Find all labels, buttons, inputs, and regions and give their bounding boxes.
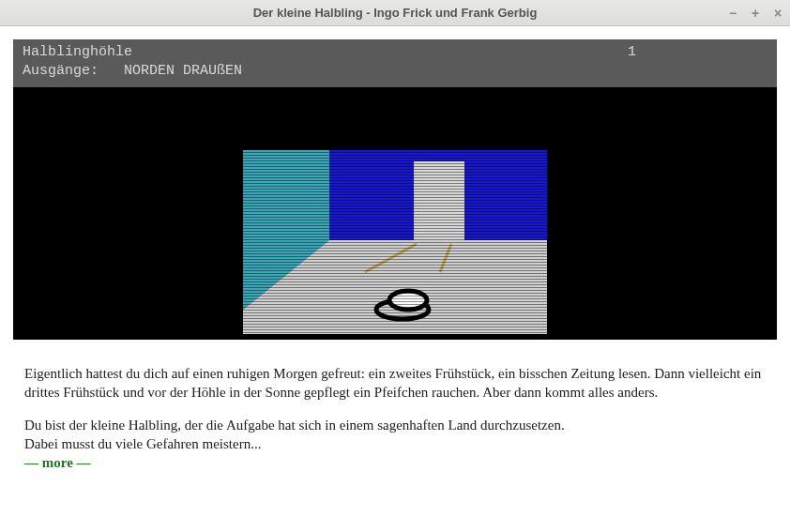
location-name: Halblinghöhle (23, 43, 132, 62)
scene-illustration (243, 150, 547, 334)
titlebar: Der kleine Halbling - Ingo Frick und Fra… (0, 0, 790, 26)
window-title: Der kleine Halbling - Ingo Frick und Fra… (253, 6, 538, 20)
more-prompt[interactable]: — more — (24, 455, 91, 470)
window-controls: − + × (726, 0, 784, 25)
story-text: Eigentlich hattest du dich auf einen ruh… (0, 340, 790, 481)
maximize-button[interactable]: + (749, 6, 762, 21)
exits-label: Ausgänge: (23, 63, 99, 79)
story-paragraph-2: Du bist der kleine Halbling, der die Auf… (24, 416, 766, 434)
content-area: Halblinghöhle 1 Ausgänge: NORDEN DRAUßEN (0, 26, 790, 532)
status-row-exits: Ausgänge: NORDEN DRAUßEN (23, 62, 767, 81)
status-bar: Halblinghöhle 1 Ausgänge: NORDEN DRAUßEN (13, 39, 777, 87)
app-window: Der kleine Halbling - Ingo Frick und Fra… (0, 0, 790, 532)
svg-rect-10 (243, 150, 547, 334)
story-paragraph-1: Eigentlich hattest du dich auf einen ruh… (24, 364, 766, 403)
close-button[interactable]: × (771, 6, 784, 21)
exits-list: NORDEN DRAUßEN (124, 63, 242, 79)
score-value: 1 (628, 43, 767, 62)
minimize-button[interactable]: − (726, 6, 739, 21)
story-paragraph-3: Dabei musst du viele Gefahren meistern..… (24, 434, 766, 453)
game-viewport: Halblinghöhle 1 Ausgänge: NORDEN DRAUßEN (13, 39, 777, 340)
status-row-location: Halblinghöhle 1 (23, 43, 767, 62)
